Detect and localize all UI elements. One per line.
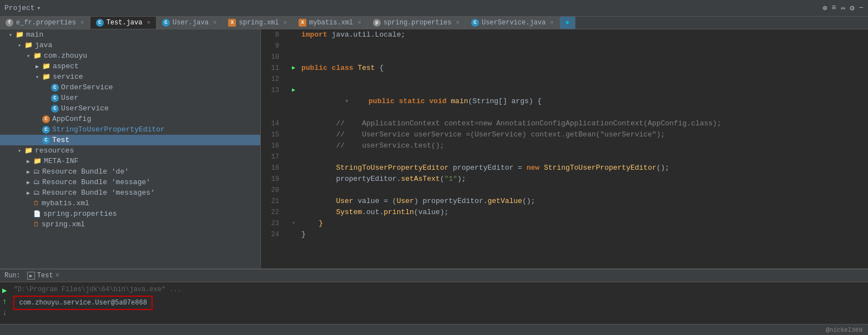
sidebar-item-com-zhouyu[interactable]: ▾ 📁 com.zhouyu (0, 50, 260, 61)
code-line-15: 15 // UserService userService =(UserServ… (261, 129, 868, 140)
tab-close-mybatis[interactable]: × (357, 19, 361, 26)
sidebar-item-user[interactable]: C User (0, 93, 260, 103)
sidebar-item-orderservice[interactable]: C OrderService (0, 82, 260, 93)
sidebar-item-spring-properties[interactable]: 📄 spring.properties (0, 209, 260, 219)
fold-indicator-13[interactable]: ▾ (345, 97, 349, 105)
top-toolbar: Project ▾ ⊕ ≡ ⇔ ⚙ − (0, 0, 868, 17)
settings-icon[interactable]: ⚙ (850, 3, 854, 13)
xml-mybatis-icon: 🗒 (33, 200, 39, 207)
code-line-23: 23 ▾ } (261, 218, 868, 229)
sidebar-item-test[interactable]: C Test (0, 135, 260, 145)
code-line-16: 16 // userService.test(); (261, 140, 868, 151)
tab-userservice-java[interactable]: C UserService.java × (466, 17, 560, 29)
run-tab-close[interactable]: × (55, 272, 59, 280)
minus-icon[interactable]: − (859, 3, 864, 13)
sidebar-item-service[interactable]: ▾ 📁 service (0, 72, 260, 82)
code-line-17: 17 (261, 151, 868, 163)
c-icon-user: C (51, 94, 59, 102)
folder-java-icon: 📁 (24, 41, 33, 49)
run-arrow-11: ▶ (292, 63, 295, 74)
bundle-message-icon: 🗂 (33, 178, 40, 186)
code-line-22: 22 System.out.println(value); (261, 207, 868, 218)
console-output: "D:\Program Files\jdk\64\bin\java.exe" .… (9, 283, 868, 323)
folder-meta-icon: 📁 (33, 157, 42, 165)
tab-close-spring-prop[interactable]: × (456, 19, 460, 26)
arrow-aspect: ▶ (36, 63, 42, 70)
output-highlighted-box: com.zhouyu.service.User@5a07e868 (13, 296, 152, 310)
c-icon-stringtouserpropertyeditor: C (42, 126, 50, 134)
align-icon[interactable]: ≡ (831, 3, 836, 13)
sidebar-item-bundle-de[interactable]: ▶ 🗂 Resource Bundle 'de' (0, 166, 260, 177)
tab-test-java[interactable]: C Test.java × (90, 17, 157, 29)
tab-spring-properties[interactable]: p spring.properties × (367, 17, 466, 29)
tab-spring-xml[interactable]: X spring.xml × (223, 17, 293, 29)
sidebar: ▾ 📁 main ▾ 📁 java ▾ 📁 com.zhouyu ▶ 📁 asp… (0, 29, 261, 268)
code-line-12: 12 (261, 74, 868, 85)
tab-icon-mybatis: X (299, 19, 306, 27)
side-action-buttons: ▶ ↑ ↓ (0, 283, 9, 323)
code-line-9: 9 (261, 40, 868, 52)
run-file-label: Test (37, 272, 53, 280)
sidebar-item-bundle-messages[interactable]: ▶ 🗂 Resource Bundle 'messages' (0, 187, 260, 198)
folder-resources-icon: 📁 (24, 146, 33, 155)
folder-com-icon: 📁 (33, 52, 42, 60)
tab-close-userservice[interactable]: × (550, 19, 554, 26)
c-icon-test: C (42, 136, 50, 144)
csdn-label: @nickel369 (826, 327, 862, 333)
tab-user-java[interactable]: C User.java × (157, 17, 223, 29)
sidebar-item-stringtouserpropertyeditor[interactable]: C StringToUserPropertyEditor (0, 124, 260, 135)
project-label[interactable]: Project ▾ (4, 4, 41, 12)
sidebar-item-main[interactable]: ▾ 📁 main (0, 29, 260, 40)
xml-spring-icon: 🗒 (33, 221, 39, 228)
bottom-tab-run[interactable]: ▶ Test × (25, 271, 62, 281)
tab-icon-spring-xml: X (228, 19, 236, 27)
expand-icon[interactable]: ⇔ (841, 3, 845, 13)
bottom-tabs-bar: Run: ▶ Test × (0, 270, 868, 282)
code-line-20: 20 (261, 185, 868, 196)
code-line-24: 24 } (261, 229, 868, 240)
tab-close-test[interactable]: × (147, 19, 150, 26)
code-editor[interactable]: 8 import java.util.Locale; 9 10 (261, 29, 868, 268)
tab-close-fr[interactable]: × (80, 19, 84, 26)
sidebar-item-mybatis-xml[interactable]: 🗒 mybatis.xml (0, 198, 260, 209)
c-icon-userservice: C (51, 105, 59, 113)
console-line-1: "D:\Program Files\jdk\64\bin\java.exe" .… (13, 285, 864, 295)
sidebar-item-userservice[interactable]: C UserService (0, 103, 260, 114)
bottom-panel: Run: ▶ Test × ▶ ↑ ↓ "D:\Program Files\jd… (0, 268, 868, 324)
folder-aspect-icon: 📁 (42, 62, 51, 70)
bottom-content: ▶ ↑ ↓ "D:\Program Files\jdk\64\bin\java.… (0, 282, 868, 324)
main-area: ▾ 📁 main ▾ 📁 java ▾ 📁 com.zhouyu ▶ 📁 asp… (0, 29, 868, 268)
sidebar-item-meta-inf[interactable]: ▶ 📁 META-INF (0, 156, 260, 166)
sidebar-item-resources[interactable]: ▾ 📁 resources (0, 145, 260, 156)
sidebar-item-spring-xml[interactable]: 🗒 spring.xml (0, 219, 260, 230)
c-icon-appconfig: C (42, 115, 50, 123)
bundle-de-icon: 🗂 (33, 168, 40, 176)
status-bar: @nickel369 (0, 324, 868, 335)
sidebar-item-java[interactable]: ▾ 📁 java (0, 40, 260, 50)
tab-fr-properties[interactable]: f e_fr.properties × (0, 17, 90, 29)
tab-mybatis-xml[interactable]: X mybatis.xml × (293, 17, 367, 29)
tab-close-user[interactable]: × (213, 19, 217, 26)
run-file-icon: ▶ (27, 272, 35, 280)
scroll-down-button[interactable]: ↓ (2, 308, 7, 317)
sidebar-item-appconfig[interactable]: C AppConfig (0, 114, 260, 124)
folder-service-icon: 📁 (42, 73, 51, 81)
console-line-2: com.zhouyu.service.User@5a07e868 (13, 295, 864, 310)
tab-close-spring-xml[interactable]: × (284, 19, 287, 26)
sidebar-item-aspect[interactable]: ▶ 📁 aspect (0, 61, 260, 72)
prop-spring-icon: 📄 (33, 210, 41, 217)
tab-extra[interactable]: ● (560, 17, 576, 29)
arrow-resources: ▾ (18, 148, 24, 154)
folder-main-icon: 📁 (16, 31, 24, 39)
play-button[interactable]: ▶ (2, 286, 7, 295)
code-line-21: 21 User value = (User) propertyEditor.ge… (261, 196, 868, 207)
fold-close-23: ▾ (292, 218, 295, 229)
tab-icon-spring-prop: p (373, 19, 381, 27)
arrow-main: ▾ (9, 32, 16, 38)
code-line-19: 19 propertyEditor.setAsText("1"); (261, 174, 868, 185)
scroll-up-button[interactable]: ↑ (2, 297, 7, 306)
add-icon[interactable]: ⊕ (822, 3, 827, 13)
editor-area: 8 import java.util.Locale; 9 10 (261, 29, 868, 268)
sidebar-item-bundle-message[interactable]: ▶ 🗂 Resource Bundle 'message' (0, 177, 260, 187)
tab-icon-fr: f (6, 19, 13, 27)
